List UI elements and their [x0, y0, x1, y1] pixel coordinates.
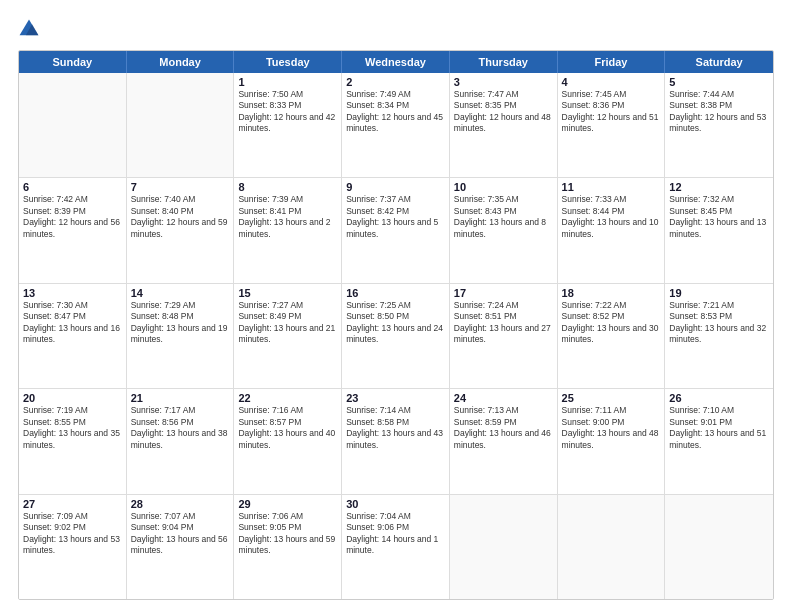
- day-number: 11: [562, 181, 661, 193]
- calendar-day-14: 14Sunrise: 7:29 AM Sunset: 8:48 PM Dayli…: [127, 284, 235, 388]
- calendar-body: 1Sunrise: 7:50 AM Sunset: 8:33 PM Daylig…: [19, 73, 773, 599]
- calendar-day-12: 12Sunrise: 7:32 AM Sunset: 8:45 PM Dayli…: [665, 178, 773, 282]
- day-number: 7: [131, 181, 230, 193]
- day-number: 19: [669, 287, 769, 299]
- weekday-header: Sunday: [19, 51, 127, 73]
- day-details: Sunrise: 7:19 AM Sunset: 8:55 PM Dayligh…: [23, 405, 122, 451]
- calendar-day-24: 24Sunrise: 7:13 AM Sunset: 8:59 PM Dayli…: [450, 389, 558, 493]
- day-details: Sunrise: 7:10 AM Sunset: 9:01 PM Dayligh…: [669, 405, 769, 451]
- day-number: 10: [454, 181, 553, 193]
- day-number: 28: [131, 498, 230, 510]
- calendar-day-16: 16Sunrise: 7:25 AM Sunset: 8:50 PM Dayli…: [342, 284, 450, 388]
- day-details: Sunrise: 7:35 AM Sunset: 8:43 PM Dayligh…: [454, 194, 553, 240]
- day-number: 3: [454, 76, 553, 88]
- day-number: 4: [562, 76, 661, 88]
- day-number: 8: [238, 181, 337, 193]
- day-number: 27: [23, 498, 122, 510]
- calendar-empty-cell: [665, 495, 773, 599]
- calendar-day-23: 23Sunrise: 7:14 AM Sunset: 8:58 PM Dayli…: [342, 389, 450, 493]
- day-details: Sunrise: 7:13 AM Sunset: 8:59 PM Dayligh…: [454, 405, 553, 451]
- day-number: 22: [238, 392, 337, 404]
- day-details: Sunrise: 7:37 AM Sunset: 8:42 PM Dayligh…: [346, 194, 445, 240]
- day-details: Sunrise: 7:49 AM Sunset: 8:34 PM Dayligh…: [346, 89, 445, 135]
- day-number: 2: [346, 76, 445, 88]
- calendar-day-22: 22Sunrise: 7:16 AM Sunset: 8:57 PM Dayli…: [234, 389, 342, 493]
- day-details: Sunrise: 7:24 AM Sunset: 8:51 PM Dayligh…: [454, 300, 553, 346]
- calendar: SundayMondayTuesdayWednesdayThursdayFrid…: [18, 50, 774, 600]
- day-number: 26: [669, 392, 769, 404]
- day-number: 15: [238, 287, 337, 299]
- day-number: 9: [346, 181, 445, 193]
- calendar-empty-cell: [450, 495, 558, 599]
- day-number: 20: [23, 392, 122, 404]
- calendar-day-20: 20Sunrise: 7:19 AM Sunset: 8:55 PM Dayli…: [19, 389, 127, 493]
- calendar-row: 27Sunrise: 7:09 AM Sunset: 9:02 PM Dayli…: [19, 495, 773, 599]
- day-details: Sunrise: 7:42 AM Sunset: 8:39 PM Dayligh…: [23, 194, 122, 240]
- calendar-day-13: 13Sunrise: 7:30 AM Sunset: 8:47 PM Dayli…: [19, 284, 127, 388]
- day-details: Sunrise: 7:17 AM Sunset: 8:56 PM Dayligh…: [131, 405, 230, 451]
- calendar-day-29: 29Sunrise: 7:06 AM Sunset: 9:05 PM Dayli…: [234, 495, 342, 599]
- calendar-day-10: 10Sunrise: 7:35 AM Sunset: 8:43 PM Dayli…: [450, 178, 558, 282]
- day-details: Sunrise: 7:04 AM Sunset: 9:06 PM Dayligh…: [346, 511, 445, 557]
- day-details: Sunrise: 7:47 AM Sunset: 8:35 PM Dayligh…: [454, 89, 553, 135]
- day-details: Sunrise: 7:06 AM Sunset: 9:05 PM Dayligh…: [238, 511, 337, 557]
- calendar-empty-cell: [558, 495, 666, 599]
- day-details: Sunrise: 7:32 AM Sunset: 8:45 PM Dayligh…: [669, 194, 769, 240]
- calendar-day-19: 19Sunrise: 7:21 AM Sunset: 8:53 PM Dayli…: [665, 284, 773, 388]
- day-number: 25: [562, 392, 661, 404]
- weekday-header: Tuesday: [234, 51, 342, 73]
- calendar-day-25: 25Sunrise: 7:11 AM Sunset: 9:00 PM Dayli…: [558, 389, 666, 493]
- day-details: Sunrise: 7:07 AM Sunset: 9:04 PM Dayligh…: [131, 511, 230, 557]
- calendar-row: 6Sunrise: 7:42 AM Sunset: 8:39 PM Daylig…: [19, 178, 773, 283]
- day-number: 24: [454, 392, 553, 404]
- calendar-row: 13Sunrise: 7:30 AM Sunset: 8:47 PM Dayli…: [19, 284, 773, 389]
- day-details: Sunrise: 7:44 AM Sunset: 8:38 PM Dayligh…: [669, 89, 769, 135]
- calendar-day-7: 7Sunrise: 7:40 AM Sunset: 8:40 PM Daylig…: [127, 178, 235, 282]
- day-number: 1: [238, 76, 337, 88]
- weekday-header: Wednesday: [342, 51, 450, 73]
- calendar-day-18: 18Sunrise: 7:22 AM Sunset: 8:52 PM Dayli…: [558, 284, 666, 388]
- day-details: Sunrise: 7:29 AM Sunset: 8:48 PM Dayligh…: [131, 300, 230, 346]
- calendar-day-11: 11Sunrise: 7:33 AM Sunset: 8:44 PM Dayli…: [558, 178, 666, 282]
- weekday-header: Thursday: [450, 51, 558, 73]
- day-details: Sunrise: 7:25 AM Sunset: 8:50 PM Dayligh…: [346, 300, 445, 346]
- calendar-day-5: 5Sunrise: 7:44 AM Sunset: 8:38 PM Daylig…: [665, 73, 773, 177]
- calendar-row: 20Sunrise: 7:19 AM Sunset: 8:55 PM Dayli…: [19, 389, 773, 494]
- day-details: Sunrise: 7:09 AM Sunset: 9:02 PM Dayligh…: [23, 511, 122, 557]
- day-number: 17: [454, 287, 553, 299]
- weekday-header: Saturday: [665, 51, 773, 73]
- day-number: 14: [131, 287, 230, 299]
- day-details: Sunrise: 7:27 AM Sunset: 8:49 PM Dayligh…: [238, 300, 337, 346]
- calendar-day-1: 1Sunrise: 7:50 AM Sunset: 8:33 PM Daylig…: [234, 73, 342, 177]
- calendar-day-6: 6Sunrise: 7:42 AM Sunset: 8:39 PM Daylig…: [19, 178, 127, 282]
- day-number: 29: [238, 498, 337, 510]
- calendar-day-17: 17Sunrise: 7:24 AM Sunset: 8:51 PM Dayli…: [450, 284, 558, 388]
- logo: [18, 18, 44, 40]
- calendar-day-9: 9Sunrise: 7:37 AM Sunset: 8:42 PM Daylig…: [342, 178, 450, 282]
- calendar-header: SundayMondayTuesdayWednesdayThursdayFrid…: [19, 51, 773, 73]
- day-number: 16: [346, 287, 445, 299]
- day-details: Sunrise: 7:50 AM Sunset: 8:33 PM Dayligh…: [238, 89, 337, 135]
- day-details: Sunrise: 7:16 AM Sunset: 8:57 PM Dayligh…: [238, 405, 337, 451]
- calendar-day-2: 2Sunrise: 7:49 AM Sunset: 8:34 PM Daylig…: [342, 73, 450, 177]
- calendar-day-27: 27Sunrise: 7:09 AM Sunset: 9:02 PM Dayli…: [19, 495, 127, 599]
- day-number: 23: [346, 392, 445, 404]
- day-details: Sunrise: 7:33 AM Sunset: 8:44 PM Dayligh…: [562, 194, 661, 240]
- weekday-header: Monday: [127, 51, 235, 73]
- day-number: 21: [131, 392, 230, 404]
- day-details: Sunrise: 7:22 AM Sunset: 8:52 PM Dayligh…: [562, 300, 661, 346]
- calendar-day-15: 15Sunrise: 7:27 AM Sunset: 8:49 PM Dayli…: [234, 284, 342, 388]
- calendar-day-21: 21Sunrise: 7:17 AM Sunset: 8:56 PM Dayli…: [127, 389, 235, 493]
- day-number: 12: [669, 181, 769, 193]
- calendar-day-28: 28Sunrise: 7:07 AM Sunset: 9:04 PM Dayli…: [127, 495, 235, 599]
- day-number: 5: [669, 76, 769, 88]
- calendar-day-30: 30Sunrise: 7:04 AM Sunset: 9:06 PM Dayli…: [342, 495, 450, 599]
- calendar-row: 1Sunrise: 7:50 AM Sunset: 8:33 PM Daylig…: [19, 73, 773, 178]
- day-number: 18: [562, 287, 661, 299]
- calendar-empty-cell: [19, 73, 127, 177]
- weekday-header: Friday: [558, 51, 666, 73]
- calendar-day-8: 8Sunrise: 7:39 AM Sunset: 8:41 PM Daylig…: [234, 178, 342, 282]
- day-details: Sunrise: 7:21 AM Sunset: 8:53 PM Dayligh…: [669, 300, 769, 346]
- day-number: 30: [346, 498, 445, 510]
- day-number: 6: [23, 181, 122, 193]
